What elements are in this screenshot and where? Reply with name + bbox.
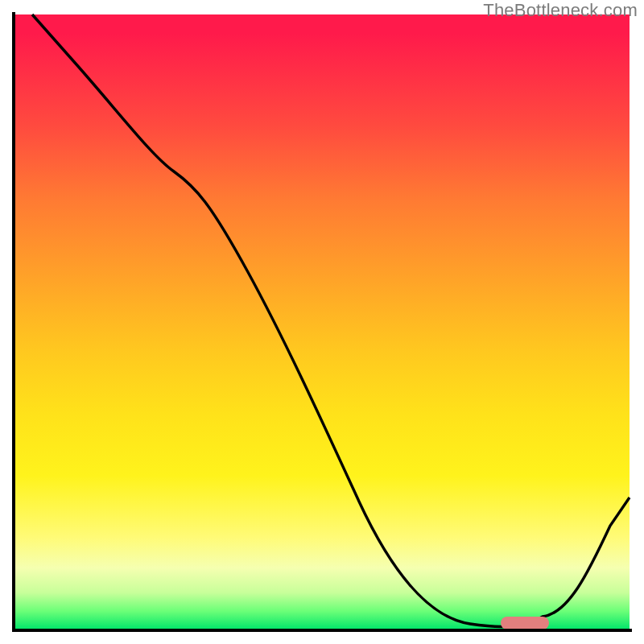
x-axis <box>12 629 632 632</box>
watermark-text: TheBottleneck.com <box>483 0 638 21</box>
bottleneck-chart: TheBottleneck.com <box>0 0 644 644</box>
bottleneck-curve-path <box>32 14 630 626</box>
y-axis <box>12 12 15 632</box>
curve-layer <box>14 14 630 630</box>
valley-marker <box>501 617 549 630</box>
